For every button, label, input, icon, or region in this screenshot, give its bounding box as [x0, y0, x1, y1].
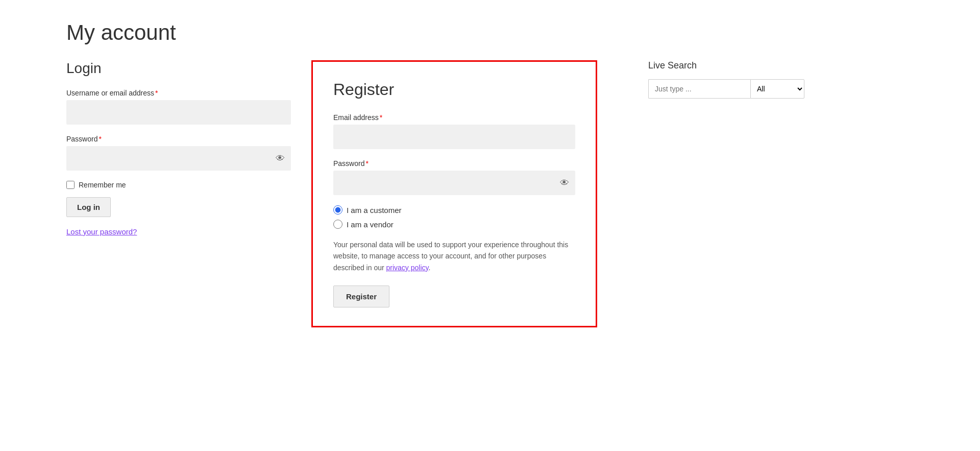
username-input[interactable] — [66, 100, 291, 125]
privacy-notice: Your personal data will be used to suppo… — [333, 239, 575, 273]
radio-customer-option: I am a customer — [333, 205, 575, 215]
register-password-toggle-icon[interactable]: 👁 — [560, 178, 569, 188]
register-section-title: Register — [333, 80, 575, 99]
login-section-title: Login — [66, 60, 291, 77]
live-search-input[interactable] — [648, 79, 750, 99]
remember-me-label[interactable]: Remember me — [79, 181, 126, 189]
radio-vendor-input[interactable] — [333, 220, 342, 229]
register-password-label: Password* — [333, 159, 575, 168]
register-password-input[interactable] — [333, 171, 575, 195]
login-password-input[interactable] — [66, 146, 291, 171]
remember-me-group: Remember me — [66, 181, 291, 189]
register-email-label: Email address* — [333, 113, 575, 122]
register-section: Register Email address* Password* 👁 — [311, 60, 597, 327]
register-password-required-star: * — [365, 159, 368, 168]
live-search-bar: All Products Categories Tags — [648, 79, 914, 99]
username-field-group: Username or email address* — [66, 89, 291, 125]
register-email-input[interactable] — [333, 125, 575, 149]
login-password-required-star: * — [99, 135, 101, 143]
live-search-title: Live Search — [648, 60, 914, 71]
radio-vendor-label[interactable]: I am a vendor — [347, 220, 394, 229]
privacy-policy-link[interactable]: privacy policy — [386, 264, 429, 272]
register-email-required-star: * — [380, 113, 382, 122]
register-password-field-group: Password* 👁 — [333, 159, 575, 195]
role-radio-group: I am a customer I am a vendor — [333, 205, 575, 229]
radio-vendor-option: I am a vendor — [333, 220, 575, 229]
register-email-field-group: Email address* — [333, 113, 575, 149]
login-password-label: Password* — [66, 135, 291, 143]
login-password-toggle-icon[interactable]: 👁 — [276, 153, 285, 164]
lost-password-link[interactable]: Lost your password? — [66, 227, 291, 236]
main-content: Login Username or email address* Passwor… — [66, 60, 914, 327]
remember-me-checkbox[interactable] — [66, 181, 75, 189]
register-password-wrapper: 👁 — [333, 171, 575, 195]
live-search-category-select[interactable]: All Products Categories Tags — [750, 79, 804, 99]
login-button[interactable]: Log in — [66, 197, 111, 217]
radio-customer-label[interactable]: I am a customer — [347, 206, 402, 215]
login-password-wrapper: 👁 — [66, 146, 291, 171]
register-form: Email address* Password* 👁 — [333, 113, 575, 307]
register-button[interactable]: Register — [333, 286, 389, 307]
page-title: My account — [66, 20, 914, 45]
login-section: Login Username or email address* Passwor… — [66, 60, 311, 236]
page-wrapper: My account Login Username or email addre… — [0, 0, 980, 451]
username-label: Username or email address* — [66, 89, 291, 97]
live-search-section: Live Search All Products Categories Tags — [638, 60, 914, 99]
username-required-star: * — [155, 89, 158, 97]
radio-customer-input[interactable] — [333, 205, 342, 215]
login-password-field-group: Password* 👁 — [66, 135, 291, 171]
